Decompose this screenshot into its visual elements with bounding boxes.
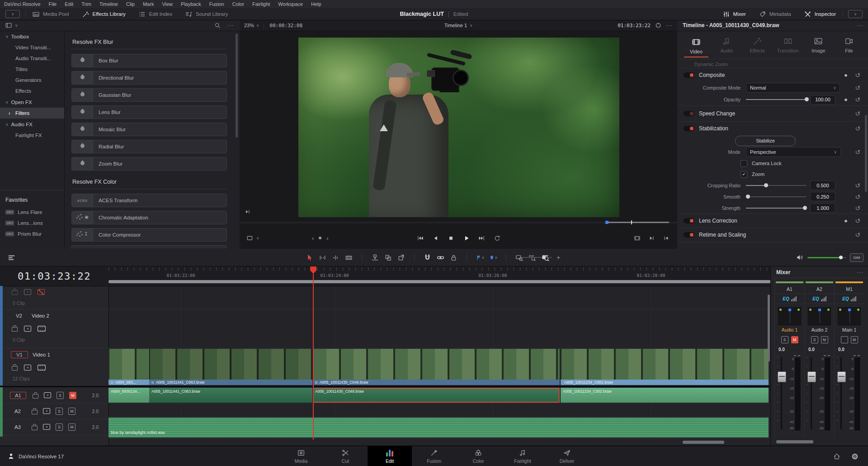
solo-button[interactable] (841, 336, 848, 343)
inspector-scrollbar[interactable] (865, 115, 867, 192)
effect-item[interactable]: ACES Transform (71, 194, 227, 207)
keyframe-icon[interactable]: ◆ (840, 97, 852, 102)
timeline-vertical-scrollbar[interactable] (768, 295, 770, 361)
sidebar-section-header[interactable]: ∨ Toolbox (0, 31, 64, 42)
audio-clip[interactable]: A005_10011234_C002.braw (561, 388, 769, 403)
loop-button[interactable] (493, 234, 501, 242)
inspector-tab[interactable]: Audio (712, 34, 741, 55)
marker-button[interactable]: ∨ (489, 253, 498, 262)
auto-select-icon[interactable]: ‹› (24, 289, 31, 295)
track-badge[interactable]: A1 (10, 392, 26, 399)
menu-item[interactable]: DaVinci Resolve (0, 1, 45, 7)
inspector-tab[interactable]: Transition (774, 34, 802, 55)
dynamic-trim-mode-tool[interactable] (331, 253, 340, 262)
video-clip[interactable]: ⊙A004_093... (108, 349, 149, 385)
keyframe-icon[interactable]: ◆ (840, 219, 852, 223)
pan-control[interactable] (777, 306, 802, 326)
favorite-item[interactable]: GPU Lens...ions (0, 218, 64, 228)
auto-select-icon[interactable]: ‹› (43, 424, 50, 430)
reset-icon[interactable]: ↺ (852, 125, 863, 132)
inspector-tab[interactable]: Effects (743, 34, 771, 55)
track-lane-a2[interactable] (108, 403, 771, 417)
replace-clip-tool[interactable] (397, 253, 406, 262)
clip-view-icon[interactable] (5, 21, 13, 29)
skip-back-button[interactable] (416, 234, 424, 242)
snapping-tool[interactable] (423, 253, 432, 262)
composite-toggle[interactable] (684, 72, 694, 78)
auto-select-icon[interactable]: ‹› (24, 365, 31, 371)
zoom-checkbox[interactable]: ✓ (741, 171, 747, 178)
separator[interactable] (462, 253, 472, 262)
track-badge[interactable]: A2 (10, 409, 25, 414)
inspector-tab[interactable]: Video (682, 35, 710, 54)
audio-track-header[interactable]: A1 ‹› S M 2.0 (3, 387, 108, 404)
page-tab[interactable]: Media (279, 446, 323, 466)
auto-select-icon[interactable]: ‹› (24, 326, 31, 332)
mute-button[interactable]: M (69, 392, 76, 399)
sound-library-button[interactable]: Sound Library (179, 8, 235, 20)
inspector-button[interactable]: Inspector (797, 8, 842, 20)
track-lock-icon[interactable] (12, 290, 18, 295)
eq-button[interactable]: EQ (805, 294, 834, 304)
metadata-button[interactable]: Metadata (752, 8, 797, 20)
channel-fader[interactable]: 0-5-10-15-20-30-40-50 (835, 354, 864, 437)
mixer-options-icon[interactable]: ··· (857, 269, 868, 276)
effect-item[interactable]: Radial Blur (71, 140, 227, 153)
page-tab[interactable]: Deliver (545, 446, 589, 466)
auto-select-icon[interactable]: ‹› (43, 408, 50, 414)
inspector-options-icon[interactable]: ··· (857, 22, 868, 29)
sidebar-item[interactable]: › Generators (0, 75, 64, 86)
keyframe-icon[interactable]: ◆ (840, 73, 852, 77)
parameter-slider[interactable] (746, 185, 807, 186)
sidebar-section-header[interactable]: ∨ Audio FX (0, 119, 64, 130)
auto-select-icon[interactable]: ‹› (44, 392, 51, 398)
timeline-zoom-scrollbar[interactable] (108, 280, 771, 283)
menu-item[interactable]: Mark (139, 1, 158, 7)
solo-button[interactable]: S (56, 423, 63, 431)
mute-button[interactable]: M (791, 336, 798, 343)
page-tab[interactable]: Edit (368, 446, 412, 466)
pan-control[interactable] (837, 306, 862, 326)
menu-item[interactable]: Playback (177, 1, 205, 7)
media-pool-button[interactable]: Media Pool (26, 8, 75, 20)
page-tab[interactable]: Fusion (412, 446, 456, 466)
pan-control[interactable] (807, 306, 832, 326)
track-header-v2[interactable]: V2 Video 2 ‹› 0 Clip (3, 309, 108, 348)
track-lane-v3[interactable] (108, 286, 771, 309)
reset-icon[interactable]: ↺ (852, 193, 863, 200)
audio-track-header[interactable]: A2 ‹› S M 2.0 (3, 403, 108, 419)
effects-scrollbar[interactable] (236, 33, 238, 138)
effects-library-button[interactable]: Effects Library (75, 8, 132, 20)
track-lock-icon[interactable] (12, 327, 18, 332)
mixer-button[interactable]: Mixer (716, 8, 752, 20)
solo-button[interactable]: S (56, 408, 63, 415)
effect-item[interactable]: Directional Blur (71, 71, 227, 85)
audio-clip[interactable]: A005_10011430_C049.braw (313, 388, 560, 403)
page-tab[interactable]: Color (456, 446, 500, 466)
position-lock-tool[interactable] (449, 253, 458, 262)
reset-icon[interactable]: ↺ (852, 148, 863, 156)
inspector-tab[interactable]: File (835, 34, 863, 55)
timeline-zoom-slider[interactable] (522, 257, 552, 258)
eq-button[interactable]: EQ (835, 294, 864, 304)
stop-button[interactable] (447, 234, 455, 242)
viewer-timecode[interactable]: 01:03:23:22 (618, 23, 651, 29)
channel-fader[interactable]: 0-5-10-15-20-30-40-50 (775, 354, 804, 437)
mixer-scrollbar[interactable] (776, 440, 813, 443)
track-name[interactable]: Video 2 (32, 313, 49, 319)
sidebar-item[interactable]: › Titles (0, 64, 64, 75)
video-clip[interactable]: A005_10011234_C002.braw (561, 349, 769, 385)
menu-item[interactable]: File (45, 1, 61, 7)
audio-clip[interactable]: A004_0930134... (108, 388, 149, 403)
reset-icon[interactable]: ↺ (852, 231, 863, 238)
overwrite-clip-tool[interactable] (384, 253, 393, 262)
effect-item[interactable]: Box Blur (71, 54, 227, 67)
speaker-icon[interactable] (796, 253, 804, 262)
page-overlay-toggle-icon[interactable]: ∨ (5, 10, 20, 18)
track-badge[interactable]: A3 (10, 424, 25, 430)
separator[interactable] (410, 253, 419, 262)
track-lock-icon[interactable] (33, 394, 38, 399)
track-lock-icon[interactable] (12, 366, 18, 371)
sidebar-item[interactable]: › Filters (0, 108, 64, 119)
camera-lock-checkbox[interactable] (741, 160, 747, 167)
